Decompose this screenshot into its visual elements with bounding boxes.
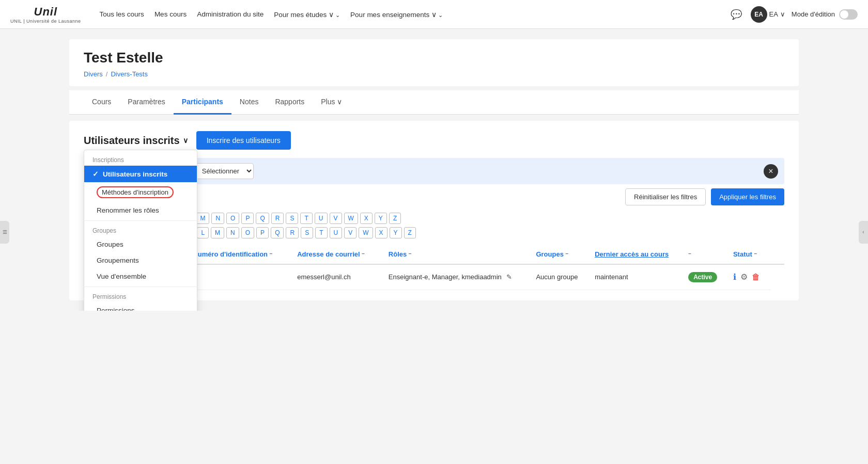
row-roles-cell: Enseignant-e, Manager, kmediaadmin ✎ <box>382 264 530 290</box>
th-last-access[interactable]: Dernier accès au cours <box>588 245 682 264</box>
alpha-btn-s[interactable]: S <box>286 213 298 224</box>
dropdown-item-groupes[interactable]: Groupes <box>84 236 197 252</box>
th-id-filter-icon[interactable]: − <box>270 251 277 258</box>
nav-tous-les-cours[interactable]: Tous les cours <box>100 10 144 18</box>
close-filter-button[interactable]: × <box>764 164 778 179</box>
dropdown-item-renommer-roles[interactable]: Renommer les rôles <box>84 202 197 218</box>
info-icon[interactable]: ℹ <box>733 272 736 282</box>
page-header: Test Estelle Divers / Divers-Tests <box>69 39 799 86</box>
toggle-knob <box>840 10 848 19</box>
logo-text: Unil <box>34 5 58 19</box>
alpha-btn2-v[interactable]: V <box>344 227 357 238</box>
user-chevron-icon: ∨ <box>780 10 785 18</box>
th-email-filter-icon[interactable]: − <box>362 251 369 258</box>
tab-cours[interactable]: Cours <box>84 90 119 115</box>
th-roles-filter-icon[interactable]: − <box>409 251 416 258</box>
user-label[interactable]: EA ∨ <box>769 10 785 18</box>
tab-notes[interactable]: Notes <box>231 90 267 115</box>
alpha-btn2-o[interactable]: O <box>241 227 254 238</box>
edit-roles-icon[interactable]: ✎ <box>506 273 512 281</box>
groups-text: Aucun groupe <box>536 273 578 281</box>
row-email-cell: emesserl@unil.ch <box>291 264 382 290</box>
tab-rapports[interactable]: Rapports <box>267 90 313 115</box>
alpha-btn2-x[interactable]: X <box>375 227 388 238</box>
nav-administration[interactable]: Administration du site <box>197 10 264 18</box>
alpha-btn-y[interactable]: Y <box>375 213 387 224</box>
main-section: Utilisateurs inscrits ∨ Inscrire des uti… <box>69 121 799 300</box>
section-header: Utilisateurs inscrits ∨ Inscrire des uti… <box>84 131 784 150</box>
page-title: Test Estelle <box>84 50 784 66</box>
status-badge: Active <box>688 272 717 282</box>
alpha-btn2-l[interactable]: L <box>197 227 209 238</box>
section-title[interactable]: Utilisateurs inscrits ∨ <box>84 135 188 147</box>
delete-icon[interactable]: 🗑 <box>752 273 760 282</box>
alpha-btn-x[interactable]: X <box>360 213 373 224</box>
dropdown-item-methodes-inscription[interactable]: Méthodes d'inscription <box>84 182 197 202</box>
tab-participants[interactable]: Participants <box>174 90 231 115</box>
alpha-btn-r[interactable]: R <box>271 213 284 224</box>
alpha-btn-v[interactable]: V <box>330 213 342 224</box>
checkmark-icon: ✓ <box>92 170 99 178</box>
plus-chevron-icon: ∨ <box>337 98 342 106</box>
th-status: Statut − <box>727 245 771 264</box>
row-id-cell <box>187 264 291 290</box>
enroll-users-button[interactable]: Inscrire des utilisateurs <box>196 131 291 150</box>
dropdown-item-groupements[interactable]: Groupements <box>84 252 197 268</box>
nav-mes-cours[interactable]: Mes cours <box>154 10 187 18</box>
reset-filters-button[interactable]: Réinitialiser les filtres <box>625 188 706 205</box>
row-actions-cell: ℹ ⚙ 🗑 <box>727 264 771 290</box>
nav-pour-mes-etudes[interactable]: Pour mes études ∨ <box>274 10 340 19</box>
dropdown-item-vue-ensemble[interactable]: Vue d'ensemble <box>84 268 197 284</box>
alpha-btn2-p[interactable]: P <box>256 227 269 238</box>
alpha-btn-q[interactable]: Q <box>256 213 269 224</box>
sidebar-toggle-right[interactable]: ‹ <box>859 221 868 244</box>
tabs-bar: Cours Paramètres Participants Notes Rapp… <box>69 90 799 115</box>
top-nav-right: 💬 EA EA ∨ Mode d'édition <box>728 6 858 23</box>
alpha-btn2-r[interactable]: R <box>286 227 299 238</box>
alpha-btn2-y[interactable]: Y <box>390 227 402 238</box>
alpha-btn-u[interactable]: U <box>315 213 328 224</box>
alpha-btn-z[interactable]: Z <box>389 213 401 224</box>
alpha-btn2-u[interactable]: U <box>330 227 343 238</box>
alpha-btn-m[interactable]: M <box>196 213 209 224</box>
alpha-btn-w[interactable]: W <box>344 213 358 224</box>
tab-parametres[interactable]: Paramètres <box>119 90 173 115</box>
row-status-cell: Active <box>682 264 727 290</box>
alpha-btn2-m[interactable]: M <box>211 227 224 238</box>
unil-logo[interactable]: Unil UNIL | Université de Lausanne <box>10 5 81 24</box>
second-filter-select[interactable]: Sélectionner <box>194 163 254 179</box>
th-empty-filter-icon[interactable]: − <box>688 251 695 258</box>
dropdown-label-inscriptions: Inscriptions <box>84 152 197 166</box>
alpha-btn2-q[interactable]: Q <box>271 227 284 238</box>
alpha-btn2-t[interactable]: T <box>315 227 327 238</box>
alpha-btn-p[interactable]: P <box>241 213 254 224</box>
alpha-btn-n[interactable]: N <box>211 213 224 224</box>
alpha-btn-o[interactable]: O <box>226 213 239 224</box>
nav-pour-mes-enseignements[interactable]: Pour mes enseignements ∨ <box>350 10 443 19</box>
alpha-btn2-w[interactable]: W <box>359 227 373 238</box>
dropdown-label-permissions: Permissions <box>84 289 197 302</box>
dropdown-item-utilisateurs-inscrits[interactable]: ✓ Utilisateurs inscrits <box>84 166 197 182</box>
alpha-btn-t[interactable]: T <box>300 213 312 224</box>
dropdown-item-permissions[interactable]: Permissions <box>84 302 197 311</box>
settings-icon[interactable]: ⚙ <box>740 272 748 282</box>
chat-icon[interactable]: 💬 <box>728 6 745 23</box>
tab-plus[interactable]: Plus ∨ <box>313 90 350 115</box>
breadcrumb-divers-tests[interactable]: Divers-Tests <box>111 70 148 78</box>
edit-mode-toggle[interactable] <box>839 9 858 20</box>
dropdown-divider-1 <box>84 220 197 221</box>
th-roles: Rôles − <box>382 245 530 264</box>
th-groups-filter-icon[interactable]: − <box>566 251 573 258</box>
apply-filters-button[interactable]: Appliquer les filtres <box>711 188 784 205</box>
sidebar-toggle-left[interactable]: ☰ <box>0 221 9 244</box>
edit-mode-label: Mode d'édition <box>792 10 835 18</box>
breadcrumb: Divers / Divers-Tests <box>84 70 784 78</box>
th-col-empty: − <box>682 245 727 264</box>
breadcrumb-divers[interactable]: Divers <box>84 70 103 78</box>
dropdown-label-groupes: Groupes <box>84 223 197 236</box>
sidebar-right-icon: ‹ <box>862 229 864 235</box>
alpha-btn2-n[interactable]: N <box>226 227 239 238</box>
alpha-btn2-s[interactable]: S <box>301 227 313 238</box>
th-status-filter-icon[interactable]: − <box>754 251 761 258</box>
alpha-btn2-z[interactable]: Z <box>404 227 416 238</box>
